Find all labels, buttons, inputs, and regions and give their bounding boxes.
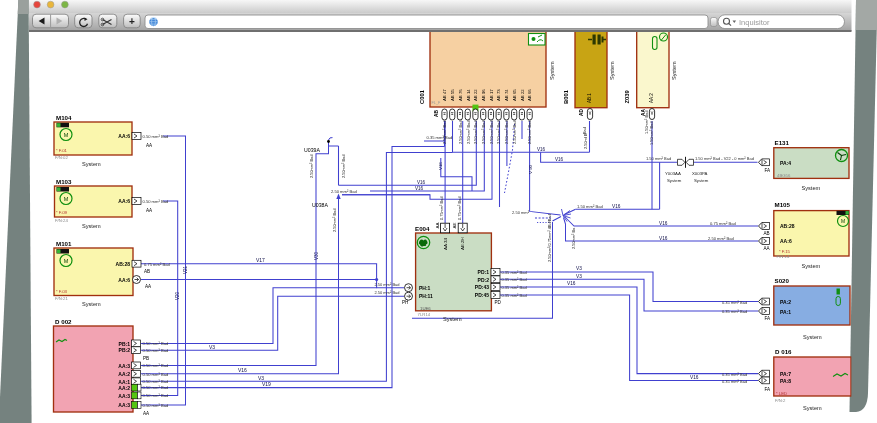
svg-text:S020: S020 — [775, 277, 790, 284]
svg-text:0.50 mm² Bad: 0.50 mm² Bad — [143, 403, 169, 408]
svg-text:2.50mm² Bad: 2.50mm² Bad — [473, 121, 478, 144]
svg-text:System: System — [82, 301, 101, 307]
svg-text:V21: V21 — [183, 265, 188, 274]
svg-text:AB 73: AB 73 — [496, 89, 501, 101]
svg-text:U039A: U039A — [304, 147, 320, 153]
svg-text:0.35 mm² Bad: 0.35 mm² Bad — [722, 372, 747, 377]
svg-text:F/N:21: F/N:21 — [55, 296, 69, 301]
svg-text:AB 17: AB 17 — [489, 89, 494, 101]
svg-text:AB 14: AB 14 — [466, 89, 471, 101]
svg-text:V3: V3 — [576, 274, 582, 279]
svg-text:V16: V16 — [415, 186, 424, 191]
svg-text:V19: V19 — [262, 381, 271, 387]
svg-text:0.35 mm² Bad: 0.35 mm² Bad — [502, 293, 527, 298]
svg-text:AA: AA — [146, 143, 153, 148]
svg-text:M105: M105 — [775, 201, 791, 208]
svg-text:2.50mm² Bad: 2.50mm² Bad — [442, 121, 447, 144]
svg-text:AB 76: AB 76 — [458, 89, 463, 101]
svg-text:* F.09: * F.09 — [56, 210, 68, 215]
svg-text:System: System — [671, 61, 677, 80]
svg-text:AA:34: AA:34 — [443, 237, 448, 250]
svg-text:AA: AA — [145, 284, 152, 289]
svg-text:V20: V20 — [175, 291, 180, 300]
svg-text:AB:28: AB:28 — [780, 223, 795, 229]
svg-text:Bad: Bad — [582, 127, 587, 134]
svg-text:System: System — [694, 178, 709, 183]
svg-text:0.75mm² Bad: 0.75mm² Bad — [439, 197, 444, 220]
svg-text:0.50 mm² Bad: 0.50 mm² Bad — [143, 363, 169, 368]
svg-text:AA: AA — [764, 246, 771, 251]
svg-text:V16: V16 — [567, 281, 576, 286]
svg-text:V3: V3 — [258, 375, 264, 381]
svg-text:PA:1: PA:1 — [780, 309, 791, 315]
svg-text:0.35 mm² Bad: 0.35 mm² Bad — [722, 379, 747, 384]
svg-text:2.50 mm²: 2.50 mm² — [512, 210, 530, 215]
svg-text:0.50 mm² Bad: 0.50 mm² Bad — [143, 134, 169, 139]
svg-text:V16: V16 — [612, 204, 621, 209]
svg-text:AA:6: AA:6 — [118, 277, 130, 283]
svg-text:M: M — [64, 196, 69, 202]
svg-text:AB 74: AB 74 — [504, 89, 509, 101]
svg-text:2.50 mm² Bad: 2.50 mm² Bad — [374, 282, 399, 287]
svg-text:System: System — [82, 223, 101, 229]
svg-text:V16: V16 — [438, 162, 443, 170]
svg-text:M104: M104 — [56, 114, 72, 121]
svg-text:AB 66: AB 66 — [527, 89, 532, 101]
svg-text:B001: B001 — [563, 89, 569, 104]
svg-text:V16: V16 — [555, 157, 564, 162]
svg-text:0.50 mm² Bad: 0.50 mm² Bad — [143, 385, 169, 390]
svg-text:AB 96: AB 96 — [481, 89, 486, 101]
svg-text:V16: V16 — [417, 180, 426, 185]
svg-text:PH:11: PH:11 — [419, 293, 433, 299]
svg-text:7LR14: 7LR14 — [418, 312, 431, 317]
svg-text:1.50mm² Bad: 1.50mm² Bad — [649, 122, 654, 145]
svg-text:1UE6: 1UE6 — [420, 306, 431, 311]
svg-text:AB 65: AB 65 — [512, 89, 517, 101]
svg-text:V 90: V 90 — [528, 164, 533, 174]
svg-text:2.50mm² Bad: 2.50mm² Bad — [332, 209, 337, 232]
svg-text:2.50mm² Bad: 2.50mm² Bad — [341, 155, 346, 178]
svg-text:AB: AB — [144, 269, 150, 274]
svg-text:PD:1: PD:1 — [478, 269, 490, 275]
svg-text:0.50 mm² Bad: 0.50 mm² Bad — [143, 379, 169, 384]
svg-text:PH:1: PH:1 — [419, 285, 431, 291]
svg-text:0.35 mm² Bad: 0.35 mm² Bad — [502, 277, 527, 282]
svg-text:AA:6: AA:6 — [780, 238, 792, 244]
svg-text:V30: V30 — [314, 251, 319, 260]
svg-text:PH: PH — [402, 300, 408, 305]
svg-text:U038A: U038A — [312, 202, 328, 208]
svg-text:PB: PB — [143, 356, 149, 361]
svg-text:1.50 mm² Bad: 1.50 mm² Bad — [646, 156, 671, 161]
svg-text:* F.15: * F.15 — [779, 249, 791, 254]
svg-text:2.50mm² Bad: 2.50mm² Bad — [458, 121, 463, 144]
svg-text:D 002: D 002 — [55, 318, 72, 325]
svg-text:M: M — [64, 258, 69, 264]
svg-text:M101: M101 — [56, 240, 72, 247]
svg-text:F/N:24: F/N:24 — [55, 218, 69, 223]
svg-text:AA:3: AA:3 — [118, 363, 130, 369]
svg-text:2.50mm² Ba: 2.50mm² Ba — [571, 227, 576, 249]
svg-text:AB 47: AB 47 — [442, 89, 447, 101]
svg-text:AB: AB — [764, 231, 770, 236]
svg-text:F/N:14: F/N:14 — [777, 254, 791, 259]
svg-text:AE:2H: AE:2H — [460, 237, 465, 250]
svg-text:System: System — [803, 405, 822, 411]
svg-text:V16: V16 — [238, 367, 247, 373]
svg-text:0.50 mm² Bad: 0.50 mm² Bad — [143, 393, 169, 398]
svg-text:FL_F: FL_F — [432, 101, 442, 105]
svg-text:M: M — [64, 132, 69, 138]
svg-text:0.75 mm² Bad: 0.75 mm² Bad — [710, 221, 736, 226]
svg-text:E131: E131 — [775, 139, 790, 146]
svg-text:Z039: Z039 — [624, 90, 630, 104]
svg-text:PD: PD — [495, 300, 502, 305]
svg-text:2.50mm² Bad: 2.50mm² Bad — [496, 121, 501, 144]
svg-text:PA:2: PA:2 — [780, 299, 791, 305]
svg-text:PA:4: PA:4 — [780, 160, 791, 166]
svg-text:System: System — [609, 61, 615, 80]
svg-text:V16: V16 — [537, 147, 546, 152]
svg-text:2.50mm² Bad: 2.50mm² Bad — [481, 121, 486, 144]
svg-text:V17: V17 — [256, 257, 265, 263]
svg-text:AA: AA — [143, 411, 150, 416]
svg-text:System: System — [82, 161, 101, 167]
svg-text:D 016: D 016 — [775, 348, 792, 355]
